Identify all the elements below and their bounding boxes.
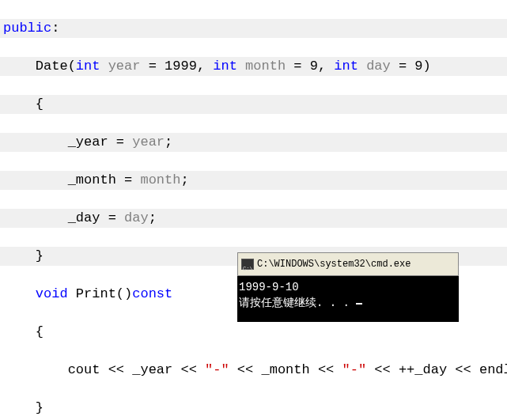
code-line: } bbox=[0, 399, 507, 418]
keyword-const: const bbox=[132, 286, 172, 301]
text: ; bbox=[165, 134, 172, 149]
code-line: _day = day; bbox=[0, 209, 507, 228]
console-window[interactable]: C:\WINDOWS\system32\cmd.exe 1999-9-10 请按… bbox=[237, 252, 459, 322]
text: ) bbox=[423, 59, 431, 74]
code-line: public: bbox=[0, 19, 507, 38]
keyword-int: int bbox=[334, 59, 358, 74]
param: month bbox=[245, 59, 286, 74]
text: ( bbox=[68, 59, 76, 74]
code-line: cout << _year << "-" << _month << "-" <<… bbox=[0, 361, 507, 380]
console-title-text: C:\WINDOWS\system32\cmd.exe bbox=[257, 255, 411, 274]
text: = bbox=[140, 59, 165, 74]
keyword-int: int bbox=[76, 59, 100, 74]
console-output: 1999-9-10 请按任意键继续. . . bbox=[237, 276, 459, 322]
code-editor: public: Date(int year = 1999, int month … bbox=[0, 0, 507, 420]
text: , bbox=[318, 59, 334, 74]
number: 9 bbox=[310, 59, 318, 74]
console-titlebar[interactable]: C:\WINDOWS\system32\cmd.exe bbox=[237, 252, 459, 276]
number: 9 bbox=[414, 59, 422, 74]
console-line: 请按任意键继续. . . bbox=[239, 297, 356, 309]
param: month bbox=[140, 172, 180, 187]
text: << ++_day << endl; bbox=[366, 362, 507, 377]
code-line: Date(int year = 1999, int month = 9, int… bbox=[0, 57, 507, 76]
text: << _month << bbox=[229, 362, 342, 377]
brace: { bbox=[36, 324, 44, 339]
code-line: { bbox=[0, 323, 507, 342]
console-line: 1999-9-10 bbox=[239, 281, 299, 293]
text: ; bbox=[149, 210, 157, 225]
cmd-icon bbox=[241, 259, 254, 270]
keyword-public: public bbox=[3, 21, 51, 36]
param: day bbox=[366, 59, 391, 74]
brace: { bbox=[36, 96, 44, 112]
brace: } bbox=[36, 248, 44, 263]
cursor-icon bbox=[356, 303, 362, 305]
string: "-" bbox=[205, 362, 229, 377]
text: cout << _year << bbox=[68, 362, 205, 377]
text: Print() bbox=[68, 286, 133, 301]
string: "-" bbox=[342, 362, 367, 377]
text: ; bbox=[180, 172, 188, 187]
param: year bbox=[108, 59, 141, 74]
text: = bbox=[391, 59, 415, 74]
text: _month = bbox=[68, 172, 141, 187]
text: : bbox=[51, 21, 59, 36]
text: _day = bbox=[68, 210, 124, 225]
code-line: _month = month; bbox=[0, 171, 507, 190]
code-line: _year = year; bbox=[0, 133, 507, 152]
text: , bbox=[197, 59, 213, 74]
text: = bbox=[286, 59, 310, 74]
code-line: { bbox=[0, 95, 507, 114]
param: day bbox=[124, 210, 149, 225]
text: _year = bbox=[68, 134, 133, 149]
param: year bbox=[132, 134, 165, 149]
brace: } bbox=[36, 400, 44, 415]
keyword-void: void bbox=[36, 286, 68, 301]
ctor-name: Date bbox=[36, 59, 68, 74]
keyword-int: int bbox=[213, 59, 237, 74]
number: 1999 bbox=[165, 59, 197, 74]
